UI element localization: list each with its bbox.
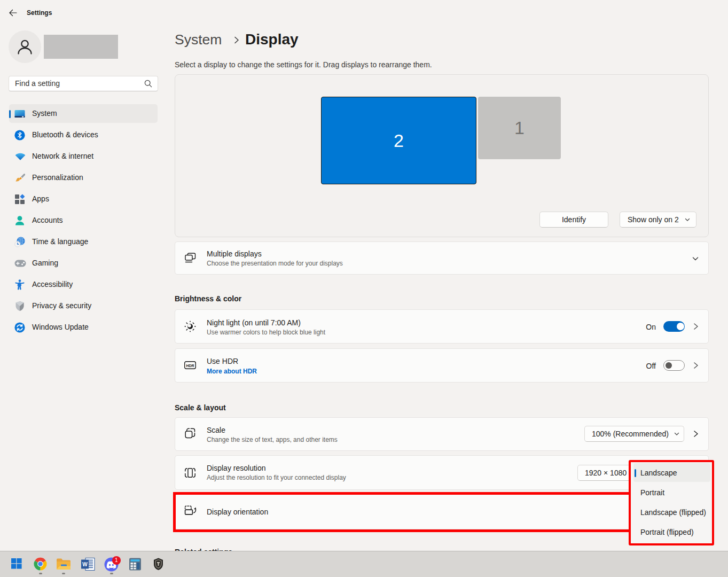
svg-text:W: W xyxy=(82,562,88,567)
svg-text:HDR: HDR xyxy=(186,364,194,368)
